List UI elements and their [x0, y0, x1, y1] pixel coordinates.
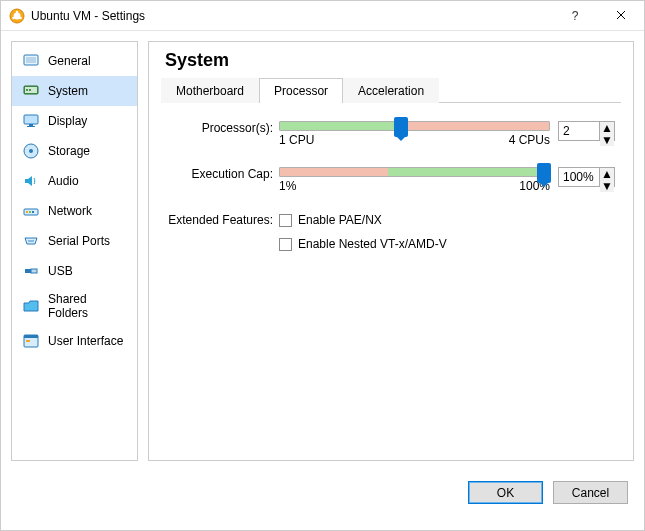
- processor-count-spinbox[interactable]: ▲ ▼: [558, 121, 615, 141]
- tab-motherboard[interactable]: Motherboard: [161, 78, 259, 103]
- processor-tab-content: Processor(s): 1 CPU 4 CPUs: [161, 103, 621, 263]
- sidebar-item-usb[interactable]: USB: [12, 256, 137, 286]
- svg-rect-11: [24, 115, 38, 124]
- network-icon: [22, 202, 40, 220]
- system-icon: [22, 82, 40, 100]
- processor-count-label: Processor(s):: [167, 121, 279, 135]
- window-title: Ubuntu VM - Settings: [31, 9, 552, 23]
- tab-strip: Motherboard Processor Acceleration: [161, 77, 621, 103]
- svg-point-22: [32, 240, 34, 242]
- close-icon: [616, 9, 626, 23]
- dialog-footer: OK Cancel: [1, 471, 644, 514]
- storage-icon: [22, 142, 40, 160]
- slider-knob-icon: [537, 163, 551, 183]
- user-interface-icon: [22, 332, 40, 350]
- tab-processor[interactable]: Processor: [259, 78, 343, 103]
- sidebar-item-serial-ports[interactable]: Serial Ports: [12, 226, 137, 256]
- execution-cap-input[interactable]: [559, 168, 599, 186]
- sidebar-item-display[interactable]: Display: [12, 106, 137, 136]
- enable-nested-vt-label: Enable Nested VT-x/AMD-V: [298, 237, 447, 251]
- display-icon: [22, 112, 40, 130]
- spinbox-down-button[interactable]: ▼: [600, 180, 614, 192]
- sidebar-item-network[interactable]: Network: [12, 196, 137, 226]
- enable-pae-nx-label: Enable PAE/NX: [298, 213, 382, 227]
- sidebar-item-label: USB: [48, 264, 73, 278]
- sidebar-item-audio[interactable]: Audio: [12, 166, 137, 196]
- sidebar-item-label: Serial Ports: [48, 234, 110, 248]
- svg-rect-26: [24, 335, 38, 338]
- usb-icon: [22, 262, 40, 280]
- sidebar-item-label: General: [48, 54, 91, 68]
- sidebar-item-label: Shared Folders: [48, 292, 127, 320]
- svg-point-4: [12, 16, 15, 19]
- execution-cap-slider[interactable]: [279, 167, 550, 177]
- sidebar-item-storage[interactable]: Storage: [12, 136, 137, 166]
- svg-rect-27: [26, 340, 30, 342]
- svg-rect-19: [32, 211, 34, 213]
- shared-folders-icon: [22, 297, 40, 315]
- settings-panel: System Motherboard Processor Acceleratio…: [148, 41, 634, 461]
- sidebar-item-label: User Interface: [48, 334, 123, 348]
- audio-icon: [22, 172, 40, 190]
- svg-rect-23: [25, 269, 31, 273]
- execution-cap-label: Execution Cap:: [167, 167, 279, 181]
- title-bar: Ubuntu VM - Settings ?: [1, 1, 644, 31]
- sidebar-item-label: Network: [48, 204, 92, 218]
- svg-point-3: [19, 16, 22, 19]
- sidebar-item-label: System: [48, 84, 88, 98]
- general-icon: [22, 52, 40, 70]
- extended-features-label: Extended Features:: [167, 213, 279, 227]
- sidebar-item-system[interactable]: System: [12, 76, 137, 106]
- chevron-down-icon: ▼: [601, 180, 613, 192]
- processor-min-label: 1 CPU: [279, 133, 314, 147]
- sidebar-item-label: Audio: [48, 174, 79, 188]
- enable-pae-nx-checkbox[interactable]: [279, 214, 292, 227]
- processor-count-slider[interactable]: [279, 121, 550, 131]
- execution-cap-spinbox[interactable]: ▲ ▼: [558, 167, 615, 187]
- svg-rect-6: [26, 57, 36, 63]
- titlebar-close-button[interactable]: [598, 1, 644, 31]
- enable-nested-vt-checkbox[interactable]: [279, 238, 292, 251]
- serial-ports-icon: [22, 232, 40, 250]
- chevron-down-icon: ▼: [601, 134, 613, 146]
- svg-point-21: [30, 240, 32, 242]
- svg-rect-13: [27, 126, 35, 127]
- svg-point-2: [16, 10, 19, 13]
- processor-count-input[interactable]: [559, 122, 599, 140]
- panel-title: System: [165, 50, 621, 71]
- processor-max-label: 4 CPUs: [509, 133, 550, 147]
- svg-rect-17: [26, 211, 28, 213]
- ok-button[interactable]: OK: [468, 481, 543, 504]
- tab-acceleration[interactable]: Acceleration: [343, 78, 439, 103]
- sidebar-item-label: Display: [48, 114, 87, 128]
- svg-point-10: [29, 89, 31, 91]
- help-icon: ?: [572, 9, 579, 23]
- slider-knob-icon: [394, 117, 408, 137]
- svg-rect-12: [29, 124, 33, 126]
- cancel-button[interactable]: Cancel: [553, 481, 628, 504]
- app-icon: [9, 8, 25, 24]
- svg-rect-24: [31, 269, 37, 273]
- settings-sidebar: General System Display Storage Audio Net…: [11, 41, 138, 461]
- svg-point-20: [28, 240, 30, 242]
- sidebar-item-shared-folders[interactable]: Shared Folders: [12, 286, 137, 326]
- spinbox-down-button[interactable]: ▼: [600, 134, 614, 146]
- svg-point-15: [29, 149, 33, 153]
- sidebar-item-general[interactable]: General: [12, 46, 137, 76]
- execcap-min-label: 1%: [279, 179, 296, 193]
- titlebar-help-button[interactable]: ?: [552, 1, 598, 31]
- sidebar-item-user-interface[interactable]: User Interface: [12, 326, 137, 356]
- sidebar-item-label: Storage: [48, 144, 90, 158]
- svg-point-9: [26, 89, 28, 91]
- svg-rect-18: [29, 211, 31, 213]
